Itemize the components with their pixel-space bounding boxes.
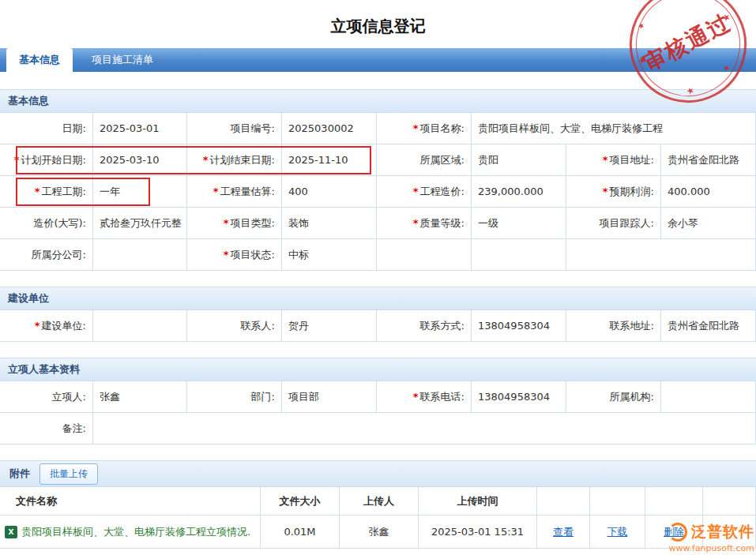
column-header-uploader: 上传人 xyxy=(340,487,419,516)
field-value-initiator: 张鑫 xyxy=(93,381,187,413)
basic-info-section-header: 基本信息 xyxy=(0,89,756,113)
construction-unit-section: 建设单位 *建设单位: 联系人: 贺丹 联系方式: 13804958304 联系… xyxy=(0,287,756,342)
field-label: 立项人: xyxy=(0,381,93,413)
label-text: 联系电话: xyxy=(420,390,465,404)
field-value-contact-address: 贵州省金阳北路 xyxy=(661,310,756,342)
field-label: 项目编号: xyxy=(187,113,282,144)
field-label: *项目类型: xyxy=(187,208,282,239)
attachments-section: 附件 批量上传 文件名称 文件大小 上传人 上传时间 X 贵阳项目样板间、大堂、… xyxy=(0,460,756,549)
label-text: 造价(大写): xyxy=(33,216,86,231)
field-label: 联系地址: xyxy=(566,310,661,342)
field-value-unit xyxy=(93,310,187,342)
column-header-filename: 文件名称 xyxy=(0,487,261,516)
field-label: *工程量估算: xyxy=(187,176,282,208)
field-value-cost-words: 贰拾叁万玖仟元整 xyxy=(93,208,187,239)
field-value-quality-grade: 一级 xyxy=(472,208,566,239)
attachment-name-cell: X 贵阳项目样板间、大堂、电梯厅装修工程立项情况. xyxy=(0,516,261,549)
label-text: 所属分公司: xyxy=(32,248,86,262)
label-text: 项目类型: xyxy=(231,216,275,231)
required-marker: * xyxy=(413,186,419,197)
label-text: 项目编号: xyxy=(231,122,275,136)
field-value-empty xyxy=(566,239,756,271)
required-marker: * xyxy=(35,320,40,332)
tab-bar: 基本信息 项目施工清单 xyxy=(0,48,756,72)
field-label: *项目地址: xyxy=(566,144,661,176)
construction-unit-section-header: 建设单位 xyxy=(0,287,756,310)
tab-basic-info[interactable]: 基本信息 xyxy=(6,48,73,72)
table-row: 备注: xyxy=(0,413,756,444)
required-marker: * xyxy=(213,186,219,197)
excel-file-icon: X xyxy=(5,526,17,538)
label-text: 计划结束日期: xyxy=(210,153,275,167)
required-marker: * xyxy=(413,391,419,403)
column-header-action xyxy=(537,487,590,516)
view-link[interactable]: 查看 xyxy=(553,525,574,539)
field-value-project-name: 贵阳项目样板间、大堂、电梯厅装修工程 xyxy=(472,113,756,144)
table-row: *计划开始日期: 2025-03-10 *计划结束日期: 2025-11-10 … xyxy=(0,144,756,176)
field-value-phone: 13804958304 xyxy=(472,381,566,413)
label-text: 联系地址: xyxy=(610,319,654,333)
label-text: 联系方式: xyxy=(420,319,465,333)
table-row: 造价(大写): 贰拾叁万玖仟元整 *项目类型: 装饰 *质量等级: 一级 项目跟… xyxy=(0,208,756,239)
field-value-empty xyxy=(472,239,566,271)
label-text: 项目名称: xyxy=(420,122,465,136)
label-text: 项目跟踪人: xyxy=(600,216,654,231)
required-marker: * xyxy=(224,217,229,229)
table-row: 所属分公司: *项目状态: 中标 xyxy=(0,239,756,271)
field-value-region: 贵阳 xyxy=(472,144,566,176)
label-text: 备注: xyxy=(62,422,86,436)
attachment-action-empty xyxy=(703,516,756,549)
required-marker: * xyxy=(35,186,40,197)
field-label: *预期利润: xyxy=(566,176,661,208)
label-text: 工程造价: xyxy=(420,185,465,199)
attachment-row: X 贵阳项目样板间、大堂、电梯厅装修工程立项情况. 0.01M 张鑫 2025-… xyxy=(0,516,756,549)
field-value-duration: 一年 xyxy=(93,176,187,208)
column-header-action xyxy=(703,487,756,516)
field-value-plan-end: 2025-11-10 xyxy=(282,144,377,176)
initiator-section: 立项人基本资料 立项人: 张鑫 部门: 项目部 *联系电话: 138049583… xyxy=(0,358,756,444)
attachment-time: 2025-03-01 15:31 xyxy=(419,516,537,549)
field-value-tracker: 余小琴 xyxy=(661,208,756,239)
initiator-section-header: 立项人基本资料 xyxy=(0,358,756,381)
field-label: 造价(大写): xyxy=(0,208,93,239)
required-marker: * xyxy=(603,154,608,166)
field-label: 所属区域: xyxy=(377,144,472,176)
field-value-project-type: 装饰 xyxy=(282,208,377,239)
field-label: *项目名称: xyxy=(377,113,472,144)
label-text: 计划开始日期: xyxy=(21,153,86,167)
label-text: 质量等级: xyxy=(420,216,465,231)
field-label: 部门: xyxy=(187,381,282,413)
field-label: *计划开始日期: xyxy=(0,144,93,176)
field-label: *工程工期: xyxy=(0,176,93,208)
table-row: *工程工期: 一年 *工程量估算: 400 *工程造价: 239,000.000… xyxy=(0,176,756,208)
field-label: *工程造价: xyxy=(377,176,472,208)
field-value-organization xyxy=(661,381,756,413)
field-value-department: 项目部 xyxy=(282,381,377,413)
attachments-table-header: 文件名称 文件大小 上传人 上传时间 xyxy=(0,487,756,516)
label-text: 项目地址: xyxy=(610,153,654,167)
required-marker: * xyxy=(203,154,209,166)
label-text: 日期: xyxy=(62,122,86,136)
attachments-section-header: 附件 批量上传 xyxy=(0,460,756,487)
field-value-branch xyxy=(93,239,187,271)
column-header-uploadtime: 上传时间 xyxy=(419,487,537,516)
field-label: *计划结束日期: xyxy=(187,144,282,176)
label-text: 预期利润: xyxy=(610,185,654,199)
batch-upload-button[interactable]: 批量上传 xyxy=(39,463,98,485)
required-marker: * xyxy=(413,217,419,229)
field-value-contact: 贺丹 xyxy=(282,310,377,342)
field-value-address: 贵州省金阳北路 xyxy=(661,144,756,176)
tab-construction-list[interactable]: 项目施工清单 xyxy=(79,48,166,72)
field-label: 备注: xyxy=(0,413,93,444)
attachments-title: 附件 xyxy=(9,467,30,481)
download-link[interactable]: 下载 xyxy=(607,525,628,539)
attachment-filename: 贵阳项目样板间、大堂、电梯厅装修工程立项情况. xyxy=(21,525,250,539)
column-header-filesize: 文件大小 xyxy=(261,487,340,516)
field-value-remark xyxy=(93,413,756,444)
label-text: 建设单位: xyxy=(42,319,86,333)
page-title: 立项信息登记 xyxy=(0,0,756,48)
required-marker: * xyxy=(14,154,20,166)
field-label: *联系电话: xyxy=(377,381,472,413)
delete-link[interactable]: 删除 xyxy=(664,525,684,539)
required-marker: * xyxy=(224,249,229,261)
